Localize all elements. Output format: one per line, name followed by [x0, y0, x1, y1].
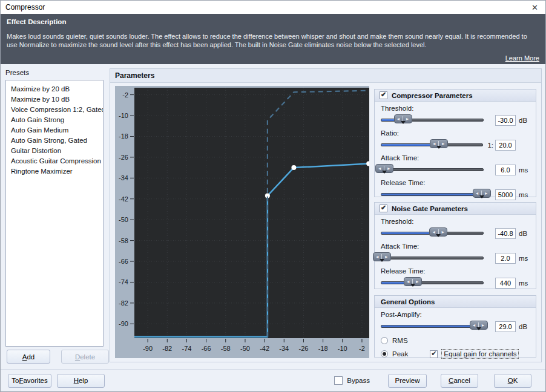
x-tick-label: -18 [318, 345, 328, 352]
footer-bar: To Favorites Help Bypass Preview Cancel … [1, 369, 545, 391]
preset-item[interactable]: Maximize by 10 dB [6, 94, 103, 104]
compressor-parameters-title: Compressor Parameters [392, 92, 473, 99]
gate-attack-row: Attack Time: ◄► ms [375, 240, 536, 264]
to-favorites-button[interactable]: To Favorites [8, 374, 51, 388]
y-tick-label: -74 [119, 278, 128, 286]
slider-handle[interactable]: ◄► [473, 189, 491, 198]
slider-handle[interactable]: ◄► [429, 227, 447, 237]
attack-time-label: Attack Time: [381, 154, 530, 163]
y-tick-label: -42 [119, 195, 128, 203]
plot-area [134, 88, 369, 338]
rms-radio[interactable] [381, 337, 388, 344]
cancel-button[interactable]: Cancel [441, 374, 478, 388]
preset-item[interactable]: Auto Gain Strong [6, 114, 103, 125]
compressor-threshold-unit: dB [519, 117, 530, 124]
ok-button[interactable]: OK [494, 374, 531, 388]
compressor-ratio-slider[interactable]: ◄► [381, 139, 483, 151]
noise-gate-parameters-title: Noise Gate Parameters [392, 205, 468, 212]
y-tick-label: -34 [119, 174, 128, 181]
gate-threshold-label: Threshold: [381, 218, 530, 227]
curve-point[interactable] [291, 165, 296, 170]
compressor-enabled-checkbox[interactable] [380, 91, 387, 99]
post-amplify-value[interactable] [495, 321, 516, 332]
threshold-label: Threshold: [381, 105, 530, 114]
ratio-label: Ratio: [381, 129, 530, 139]
compressor-ratio-value[interactable] [495, 140, 516, 151]
bypass-checkbox[interactable] [334, 376, 343, 385]
preset-item[interactable]: Ringtone Maximizer [6, 166, 103, 176]
x-tick-label: -2 [359, 345, 365, 352]
general-options-group: General Options Post-Amplify: ◄► dB [374, 295, 536, 358]
presets-list[interactable]: Maximize by 20 dBMaximize by 10 dBVoice … [5, 80, 104, 347]
close-icon[interactable]: ✕ [529, 3, 541, 12]
slider-handle[interactable]: ◄► [394, 114, 412, 123]
gate-threshold-slider[interactable]: ◄► [381, 227, 484, 240]
x-tick-label: -90 [143, 345, 153, 352]
peak-label: Peak [392, 350, 408, 358]
compressor-attack-slider[interactable]: ◄► [381, 163, 484, 176]
rms-label: RMS [392, 337, 408, 344]
post-amplify-row: Post-Amplify: ◄► dB [375, 308, 536, 333]
learn-more-link[interactable]: Learn More [505, 54, 539, 62]
y-tick-label: -50 [119, 216, 128, 223]
preview-button[interactable]: Preview [388, 374, 427, 388]
general-options-title: General Options [381, 298, 435, 305]
compressor-threshold-slider[interactable]: ◄► [381, 114, 484, 126]
gain-curve-chart[interactable]: -90-82-74-66-58-50-42-34-26-18-10-2-2-10… [115, 86, 369, 358]
ratio-prefix: 1: [487, 142, 493, 149]
preset-item[interactable]: Auto Gain Medium [6, 125, 103, 135]
compressor-attack-row: Attack Time: ◄► ms [375, 151, 536, 176]
slider-handle[interactable]: ◄► [470, 321, 488, 330]
preset-item[interactable]: Guitar Distortion [6, 145, 103, 155]
noise-gate-enabled-checkbox[interactable] [380, 204, 387, 212]
post-amplify-unit: dB [519, 323, 530, 330]
x-tick-label: -34 [279, 345, 289, 352]
gate-release-value[interactable] [495, 278, 516, 289]
preset-item[interactable]: Voice Compression 1:2, Gated [6, 104, 103, 114]
compressor-threshold-value[interactable] [495, 115, 516, 126]
gate-threshold-value[interactable] [495, 228, 516, 239]
effect-description-panel: Effect Description Makes loud sounds qui… [1, 14, 545, 64]
presets-label: Presets [5, 69, 29, 76]
x-tick-label: -42 [260, 345, 269, 352]
compressor-release-unit: ms [519, 191, 530, 198]
gate-release-label: Release Time: [381, 267, 530, 276]
compressor-release-value[interactable] [495, 189, 516, 200]
x-tick-label: -26 [298, 345, 308, 352]
compressor-attack-unit: ms [519, 166, 530, 174]
help-button[interactable]: Help [57, 374, 105, 388]
compressor-attack-value[interactable] [495, 165, 516, 175]
equal-gain-label: Equal gain for channels [441, 349, 519, 359]
x-tick-label: -58 [221, 345, 231, 352]
effect-description-text: Makes loud sounds quieter, quiet sounds … [7, 32, 539, 49]
gate-release-slider[interactable]: ◄► [381, 276, 484, 289]
slider-handle[interactable]: ◄► [373, 252, 391, 261]
equal-gain-checkbox[interactable] [430, 350, 438, 358]
delete-button[interactable]: Delete [61, 350, 109, 364]
slider-handle[interactable]: ◄► [375, 164, 393, 173]
compressor-dialog: { "window": { "title": "Compressor", "cl… [0, 0, 546, 392]
x-tick-label: -74 [182, 345, 191, 352]
preset-item[interactable]: Maximize by 20 dB [6, 83, 103, 94]
peak-radio[interactable] [381, 350, 388, 358]
parameters-header: Parameters [110, 69, 541, 83]
slider-handle[interactable]: ◄► [430, 139, 448, 148]
y-tick-label: -2 [122, 91, 128, 99]
x-tick-label: -10 [338, 345, 347, 352]
gate-attack-value[interactable] [495, 253, 516, 264]
post-amplify-slider[interactable]: ◄► [381, 320, 484, 333]
gate-attack-slider[interactable]: ◄► [381, 252, 484, 264]
controls-column: Compressor Parameters Threshold: ◄► dB R… [374, 89, 536, 358]
compressor-release-slider[interactable]: ◄► [381, 188, 484, 201]
add-button[interactable]: Add [7, 350, 50, 364]
release-time-label: Release Time: [381, 179, 530, 188]
y-tick-label: -18 [119, 132, 128, 140]
x-tick-label: -82 [162, 345, 172, 352]
y-tick-label: -90 [119, 320, 128, 327]
preset-item[interactable]: Acoustic Guitar Compression [6, 155, 103, 166]
slider-handle[interactable]: ◄► [404, 277, 422, 286]
window-title: Compressor [5, 3, 45, 11]
preset-item[interactable]: Auto Gain Strong, Gated [6, 135, 103, 145]
compressor-threshold-row: Threshold: ◄► dB [375, 102, 536, 126]
y-tick-label: -82 [119, 299, 128, 307]
